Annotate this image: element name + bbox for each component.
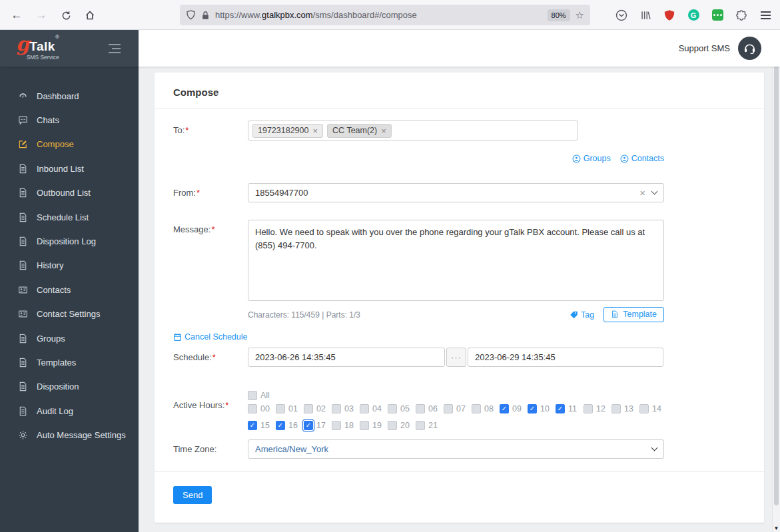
hour-checkbox-05[interactable] xyxy=(388,404,397,413)
to-input[interactable]: 19723182900×CC Team(2)× xyxy=(248,121,578,140)
from-caret-icon[interactable] xyxy=(651,188,658,195)
hour-checkbox-13[interactable] xyxy=(611,404,621,413)
sidebar-item-schedule-list[interactable]: Schedule List xyxy=(0,205,139,229)
hour-checkbox-16[interactable]: ✓ xyxy=(276,421,285,430)
chip-remove-icon[interactable]: × xyxy=(312,126,318,136)
hour-checkbox-00[interactable] xyxy=(248,404,257,413)
hour-checkbox-17[interactable]: ✓ xyxy=(304,421,313,430)
scrollbar-thumb[interactable] xyxy=(774,31,779,505)
recipient-chip[interactable]: 19723182900× xyxy=(252,124,323,138)
hour-checkbox-09[interactable]: ✓ xyxy=(500,404,509,413)
hour-option-03[interactable]: 03 xyxy=(332,404,360,413)
sidebar-item-disposition[interactable]: Disposition xyxy=(0,375,139,399)
tag-link[interactable]: Tag xyxy=(570,310,594,320)
lock-icon[interactable] xyxy=(201,11,210,20)
hour-checkbox-04[interactable] xyxy=(360,404,369,413)
sidebar-item-contacts[interactable]: Contacts xyxy=(0,278,139,302)
hour-checkbox-21[interactable] xyxy=(416,421,425,430)
page-scrollbar[interactable]: ▼ xyxy=(772,30,780,532)
hour-option-04[interactable]: 04 xyxy=(360,404,388,413)
hour-option-15[interactable]: ✓15 xyxy=(248,421,276,430)
send-button[interactable]: Send xyxy=(173,486,212,504)
bookmark-star-icon[interactable]: ☆ xyxy=(576,9,584,21)
hour-option-21[interactable]: 21 xyxy=(416,421,444,430)
hour-option-20[interactable]: 20 xyxy=(388,421,416,430)
sidebar-item-compose[interactable]: Compose xyxy=(0,133,139,156)
sidebar-item-dashboard[interactable]: Dashboard xyxy=(0,84,139,108)
sidebar-item-contact-settings[interactable]: Contact Settings xyxy=(0,302,139,326)
sidebar-item-disposition-log[interactable]: Disposition Log xyxy=(0,229,139,253)
hour-option-08[interactable]: 08 xyxy=(472,404,500,413)
tracking-shield-icon[interactable] xyxy=(186,10,196,20)
menu-hamburger-icon[interactable] xyxy=(759,9,772,22)
extensions-puzzle-icon[interactable] xyxy=(735,9,748,22)
hour-option-all[interactable]: All xyxy=(248,391,669,400)
schedule-end-input[interactable] xyxy=(468,348,663,367)
hour-option-11[interactable]: ✓11 xyxy=(556,404,584,413)
hour-option-02[interactable]: 02 xyxy=(304,404,332,413)
hour-checkbox-20[interactable] xyxy=(388,421,397,430)
hour-option-07[interactable]: 07 xyxy=(444,404,472,413)
hour-checkbox-19[interactable] xyxy=(360,421,369,430)
cancel-schedule-link[interactable]: Cancel Schedule xyxy=(173,332,248,342)
sidebar-item-history[interactable]: History xyxy=(0,254,139,278)
hour-option-06[interactable]: 06 xyxy=(416,404,444,413)
hour-option-13[interactable]: 13 xyxy=(611,404,639,413)
sidebar-item-auto-message-settings[interactable]: Auto Message Settings xyxy=(0,423,139,447)
hour-checkbox-14[interactable] xyxy=(639,404,649,413)
chip-remove-icon[interactable]: × xyxy=(381,126,386,136)
hour-checkbox-10[interactable]: ✓ xyxy=(528,404,537,413)
hour-option-17[interactable]: ✓17 xyxy=(304,421,332,430)
from-select[interactable]: 18554947700 × xyxy=(248,183,664,202)
pocket-icon[interactable] xyxy=(615,9,628,22)
sidebar-item-outbound-list[interactable]: Outbound List xyxy=(0,181,139,205)
back-button[interactable]: ← xyxy=(7,5,27,25)
sidebar-item-inbound-list[interactable]: Inbound List xyxy=(0,156,139,180)
recipient-chip[interactable]: CC Team(2)× xyxy=(327,124,392,138)
hour-checkbox-07[interactable] xyxy=(444,404,453,413)
hour-checkbox-03[interactable] xyxy=(332,404,341,413)
hour-option-10[interactable]: ✓10 xyxy=(528,404,556,413)
grammarly-icon[interactable]: G xyxy=(687,9,700,22)
hour-checkbox-12[interactable] xyxy=(584,404,593,413)
adblock-shield-icon[interactable] xyxy=(663,9,676,22)
sidebar-item-audit-log[interactable]: Audit Log xyxy=(0,399,139,423)
hour-option-12[interactable]: 12 xyxy=(584,404,611,413)
sidebar-toggle-icon[interactable] xyxy=(109,44,121,53)
hour-checkbox-15[interactable]: ✓ xyxy=(248,421,257,430)
hour-checkbox-all[interactable] xyxy=(248,391,257,400)
template-button[interactable]: Template xyxy=(603,307,664,322)
gtalk-logo[interactable]: gTalk® SMS Service xyxy=(16,35,59,61)
hour-checkbox-02[interactable] xyxy=(304,404,313,413)
library-icon[interactable] xyxy=(639,9,652,22)
hour-checkbox-18[interactable] xyxy=(332,421,341,430)
hour-option-01[interactable]: 01 xyxy=(276,404,304,413)
schedule-start-input[interactable] xyxy=(248,348,445,367)
hour-checkbox-06[interactable] xyxy=(416,404,425,413)
hour-option-00[interactable]: 00 xyxy=(248,404,276,413)
zoom-badge[interactable]: 80% xyxy=(548,9,570,21)
home-button[interactable] xyxy=(80,5,100,25)
hour-option-18[interactable]: 18 xyxy=(332,421,360,430)
hour-checkbox-08[interactable] xyxy=(472,404,481,413)
forward-button[interactable]: → xyxy=(31,5,51,25)
hour-checkbox-11[interactable]: ✓ xyxy=(556,404,565,413)
hour-option-16[interactable]: ✓16 xyxy=(276,421,304,430)
sidebar-item-chats[interactable]: Chats xyxy=(0,108,139,132)
timezone-select[interactable]: America/New_York xyxy=(248,439,664,459)
hour-option-05[interactable]: 05 xyxy=(388,404,416,413)
schedule-range-separator[interactable]: ··· xyxy=(446,348,466,367)
scroll-down-arrow-icon[interactable]: ▼ xyxy=(773,525,780,531)
contacts-link[interactable]: Contacts xyxy=(620,154,664,163)
hour-option-14[interactable]: 14 xyxy=(639,404,667,413)
reload-button[interactable] xyxy=(56,5,76,25)
sidebar-item-templates[interactable]: Templates xyxy=(0,350,139,374)
message-textarea[interactable]: Hello. We need to speak with you over th… xyxy=(248,220,664,301)
groups-link[interactable]: Groups xyxy=(572,154,611,163)
hour-option-19[interactable]: 19 xyxy=(360,421,388,430)
hour-checkbox-01[interactable] xyxy=(276,404,285,413)
support-avatar[interactable] xyxy=(738,37,761,60)
url-bar[interactable]: https://www.gtalkpbx.com/sms/dashboard#/… xyxy=(180,5,590,25)
chat-extension-icon[interactable] xyxy=(711,9,724,22)
url-text[interactable]: https://www.gtalkpbx.com/sms/dashboard#/… xyxy=(215,10,542,20)
